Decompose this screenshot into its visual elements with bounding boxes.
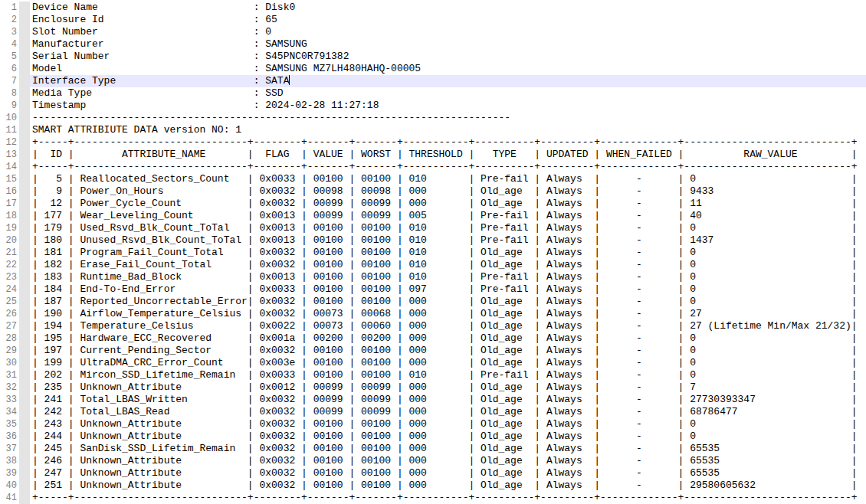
line-number[interactable]: 31 [0, 369, 17, 381]
line-text[interactable]: Interface Type : SATA [30, 75, 866, 87]
line-number[interactable]: 34 [0, 406, 17, 418]
line-number[interactable]: 24 [0, 283, 17, 296]
line-text[interactable]: +-----+-----------------------------+---… [30, 492, 866, 504]
line-number[interactable]: 16 [0, 185, 17, 198]
editor-line[interactable]: 13| ID | ATTRIBUTE_NAME | FLAG | VALUE |… [0, 149, 866, 161]
editor-line[interactable]: 40| 251 | Unknown_Attribute | 0x0032 | 0… [0, 479, 866, 492]
line-number[interactable]: 18 [0, 210, 17, 222]
line-text[interactable]: Manufacturer : SAMSUNG [30, 38, 866, 51]
line-number[interactable]: 37 [0, 443, 17, 455]
editor-line[interactable]: 12+-----+-----------------------------+-… [0, 136, 866, 149]
line-text[interactable]: +-----+-----------------------------+---… [30, 136, 866, 149]
line-number[interactable]: 13 [0, 149, 17, 161]
line-text[interactable]: | 197 | Current_Pending_Sector | 0x0032 … [30, 345, 866, 357]
line-text[interactable]: ----------------------------------------… [30, 112, 866, 124]
line-text[interactable]: | 180 | Unused_Rsvd_Blk_Count_ToTal | 0x… [30, 234, 866, 247]
editor-line[interactable]: 11SMART ATTRIBIUTE DATA version NO: 1 [0, 124, 866, 136]
line-number[interactable]: 11 [0, 124, 17, 136]
line-text[interactable]: | ID | ATTRIBUTE_NAME | FLAG | VALUE | W… [30, 149, 866, 161]
line-text[interactable]: | 251 | Unknown_Attribute | 0x0032 | 001… [30, 479, 866, 492]
editor-line[interactable]: 21| 181 | Program_Fail_Count_Total | 0x0… [0, 247, 866, 259]
line-text[interactable]: | 183 | Runtime_Bad_Block | 0x0013 | 001… [30, 271, 866, 283]
text-editor[interactable]: 1Device Name : Disk02Enclosure Id : 653S… [0, 0, 866, 504]
line-text[interactable]: | 190 | Airflow_Temperature_Celsius | 0x… [30, 308, 866, 320]
editor-line[interactable]: 39| 247 | Unknown_Attribute | 0x0032 | 0… [0, 467, 866, 479]
editor-line[interactable]: 8Media Type : SSD [0, 87, 866, 100]
line-text[interactable]: | 244 | Unknown_Attribute | 0x0032 | 001… [30, 430, 866, 443]
editor-line[interactable]: 2Enclosure Id : 65 [0, 14, 866, 26]
editor-line[interactable]: 18| 177 | Wear_Leveling_Count | 0x0013 |… [0, 210, 866, 222]
line-number[interactable]: 14 [0, 161, 17, 173]
line-text[interactable]: | 242 | Total_LBAS_Read | 0x0032 | 00099… [30, 406, 866, 418]
line-text[interactable]: Device Name : Disk0 [30, 2, 866, 14]
editor-line[interactable]: 10--------------------------------------… [0, 112, 866, 124]
line-number[interactable]: 6 [0, 63, 17, 75]
line-number[interactable]: 17 [0, 198, 17, 210]
line-text[interactable]: | 181 | Program_Fail_Count_Total | 0x003… [30, 247, 866, 259]
editor-line[interactable]: 6Model : SAMSUNG MZ7LH480HAHQ-00005 [0, 63, 866, 75]
editor-line[interactable]: 41+-----+-----------------------------+-… [0, 492, 866, 504]
line-number[interactable]: 39 [0, 467, 17, 479]
editor-line[interactable]: 32| 235 | Unknown_Attribute | 0x0012 | 0… [0, 381, 866, 394]
line-text[interactable]: Model : SAMSUNG MZ7LH480HAHQ-00005 [30, 63, 866, 75]
line-number[interactable]: 21 [0, 247, 17, 259]
editor-line[interactable]: 24| 184 | End-To-End_Error | 0x0033 | 00… [0, 283, 866, 296]
editor-line[interactable]: 38| 246 | Unknown_Attribute | 0x0032 | 0… [0, 455, 866, 467]
line-text[interactable]: | 243 | Unknown_Attribute | 0x0032 | 001… [30, 418, 866, 430]
line-text[interactable]: | 235 | Unknown_Attribute | 0x0012 | 000… [30, 381, 866, 394]
editor-line[interactable]: 22| 182 | Erase_Fail_Count_Total | 0x003… [0, 259, 866, 271]
line-number[interactable]: 9 [0, 100, 17, 112]
line-number[interactable]: 12 [0, 136, 17, 149]
line-text[interactable]: | 194 | Temperature_Celsius | 0x0022 | 0… [30, 320, 866, 332]
line-text[interactable]: SMART ATTRIBIUTE DATA version NO: 1 [30, 124, 866, 136]
line-number[interactable]: 35 [0, 418, 17, 430]
line-text[interactable]: | 187 | Reported_Uncorrectable_Error| 0x… [30, 296, 866, 308]
line-number[interactable]: 8 [0, 87, 17, 100]
editor-line[interactable]: 16| 9 | Power_On_Hours | 0x0032 | 00098 … [0, 185, 866, 198]
line-text[interactable]: | 246 | Unknown_Attribute | 0x0032 | 001… [30, 455, 866, 467]
line-text[interactable]: | 184 | End-To-End_Error | 0x0033 | 0010… [30, 283, 866, 296]
editor-line[interactable]: 33| 241 | Total_LBAS_Written | 0x0032 | … [0, 394, 866, 406]
line-text[interactable]: | 199 | UltraDMA_CRC_Error_Count | 0x003… [30, 357, 866, 369]
line-number[interactable]: 3 [0, 26, 17, 38]
line-number[interactable]: 27 [0, 320, 17, 332]
line-number[interactable]: 30 [0, 357, 17, 369]
line-text[interactable]: | 9 | Power_On_Hours | 0x0032 | 00098 | … [30, 185, 866, 198]
editor-line[interactable]: 35| 243 | Unknown_Attribute | 0x0032 | 0… [0, 418, 866, 430]
editor-line[interactable]: 1Device Name : Disk0 [0, 2, 866, 14]
editor-line[interactable]: 31| 202 | Mircon_SSD_Lifetime_Remain | 0… [0, 369, 866, 381]
line-text[interactable]: Timestamp : 2024-02-28 11:27:18 [30, 100, 866, 112]
line-number[interactable]: 25 [0, 296, 17, 308]
line-text[interactable]: | 195 | Hardware_ECC_Recovered | 0x001a … [30, 332, 866, 345]
editor-line[interactable]: 5Serial Number : S45PNC0R791382 [0, 51, 866, 63]
editor-line[interactable]: 14+-----+-----------------------------+-… [0, 161, 866, 173]
editor-line[interactable]: 25| 187 | Reported_Uncorrectable_Error| … [0, 296, 866, 308]
line-number[interactable]: 26 [0, 308, 17, 320]
line-number[interactable]: 2 [0, 14, 17, 26]
line-number[interactable]: 41 [0, 492, 17, 504]
line-number[interactable]: 10 [0, 112, 17, 124]
line-number[interactable]: 19 [0, 222, 17, 234]
editor-line[interactable]: 20| 180 | Unused_Rsvd_Blk_Count_ToTal | … [0, 234, 866, 247]
editor-line[interactable]: 4Manufacturer : SAMSUNG [0, 38, 866, 51]
line-text[interactable]: | 245 | SanDisk_SSD_Lifetim_Remain | 0x0… [30, 443, 866, 455]
line-number[interactable]: 1 [0, 2, 17, 14]
editor-line[interactable]: 34| 242 | Total_LBAS_Read | 0x0032 | 000… [0, 406, 866, 418]
line-number[interactable]: 40 [0, 479, 17, 492]
editor-line[interactable]: 36| 244 | Unknown_Attribute | 0x0032 | 0… [0, 430, 866, 443]
editor-line[interactable]: 3Slot Number : 0 [0, 26, 866, 38]
line-text[interactable]: +-----+-----------------------------+---… [30, 161, 866, 173]
editor-line[interactable]: 9Timestamp : 2024-02-28 11:27:18 [0, 100, 866, 112]
line-text[interactable]: | 182 | Erase_Fail_Count_Total | 0x0032 … [30, 259, 866, 271]
line-number[interactable]: 20 [0, 234, 17, 247]
line-text[interactable]: | 12 | Power_Cycle_Count | 0x0032 | 0009… [30, 198, 866, 210]
editor-line[interactable]: 26| 190 | Airflow_Temperature_Celsius | … [0, 308, 866, 320]
line-text[interactable]: | 247 | Unknown_Attribute | 0x0032 | 001… [30, 467, 866, 479]
line-text[interactable]: Enclosure Id : 65 [30, 14, 866, 26]
editor-line[interactable]: 28| 195 | Hardware_ECC_Recovered | 0x001… [0, 332, 866, 345]
line-number[interactable]: 15 [0, 173, 17, 185]
line-number[interactable]: 4 [0, 38, 17, 51]
editor-line[interactable]: 27| 194 | Temperature_Celsius | 0x0022 |… [0, 320, 866, 332]
line-text[interactable]: | 5 | Reallocated_Sectors_Count | 0x0033… [30, 173, 866, 185]
editor-line[interactable]: 30| 199 | UltraDMA_CRC_Error_Count | 0x0… [0, 357, 866, 369]
